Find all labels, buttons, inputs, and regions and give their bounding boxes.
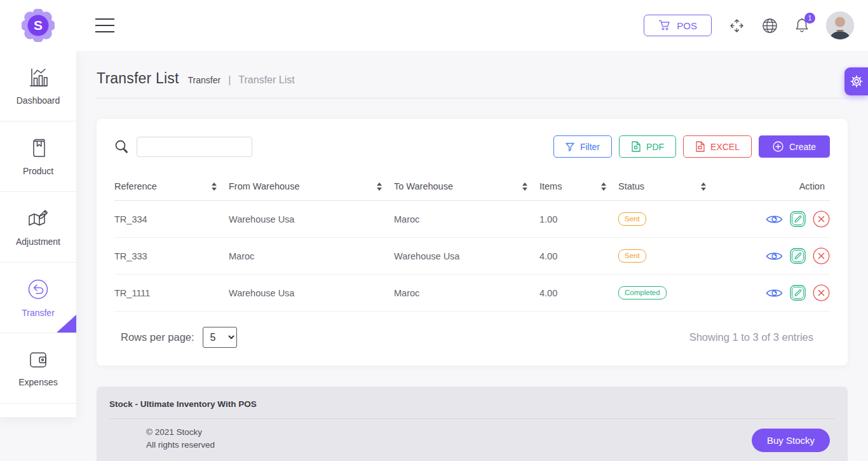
sort-icon (600, 182, 607, 191)
edit-icon[interactable] (790, 248, 806, 264)
pos-button[interactable]: POS (644, 15, 712, 36)
cell-actions (718, 238, 830, 275)
user-avatar[interactable] (826, 11, 854, 39)
pos-label: POS (677, 20, 697, 31)
header-label: From Warehouse (229, 181, 299, 191)
search-input[interactable] (137, 137, 252, 157)
dashboard-icon (27, 67, 49, 88)
status-badge: Completed (618, 286, 667, 299)
sidebar-item-label: Transfer (22, 308, 55, 318)
transfers-table: Reference From Warehouse To Warehouse It… (114, 174, 830, 312)
cell-status: Sent (618, 238, 718, 275)
cell-from-warehouse: Warehouse Usa (229, 201, 394, 238)
table-header-row: Reference From Warehouse To Warehouse It… (114, 174, 830, 201)
sidebar-item-product[interactable]: Product (0, 121, 76, 192)
table-row: TR_333 Maroc Warehouse Usa 4.00 Sent (114, 238, 830, 275)
notifications-bell[interactable]: 1 (794, 17, 810, 34)
action-buttons: Filter PDF EXCEL (553, 135, 830, 158)
menu-toggle-icon[interactable] (95, 18, 114, 32)
header-label: Status (618, 181, 644, 191)
header-action: Action (718, 174, 830, 201)
fullscreen-icon[interactable] (728, 17, 745, 34)
logo-letter: S (22, 9, 55, 42)
language-globe-icon[interactable] (762, 18, 778, 34)
breadcrumb-current: Transfer List (238, 74, 294, 86)
pdf-label: PDF (646, 142, 664, 152)
main-content: Transfer List Transfer | Transfer List F… (76, 51, 868, 461)
sort-icon (376, 182, 383, 191)
header-label: Reference (114, 181, 157, 191)
sidebar-item-label: Adjustment (16, 237, 60, 247)
page-title: Transfer List (97, 70, 179, 87)
delete-icon[interactable] (813, 210, 830, 228)
cell-items: 4.00 (539, 275, 618, 312)
header-divider (97, 98, 848, 99)
cell-reference: TR_334 (114, 201, 229, 238)
cell-to-warehouse: Warehouse Usa (394, 238, 539, 275)
breadcrumb-transfer[interactable]: Transfer (188, 75, 221, 85)
pagination-bar: Rows per page: 5 Showing 1 to 3 of 3 ent… (114, 327, 830, 348)
view-icon[interactable] (766, 288, 783, 298)
header-actions: POS (644, 0, 854, 51)
app-logo[interactable]: S (22, 9, 55, 42)
gear-icon (850, 74, 864, 88)
filter-funnel-icon (566, 142, 574, 151)
edit-icon[interactable] (790, 211, 806, 227)
sidebar-item-label: Product (23, 166, 53, 176)
cell-actions (718, 201, 830, 238)
cell-to-warehouse: Maroc (394, 275, 539, 312)
content-card: Filter PDF EXCEL (97, 119, 848, 366)
status-badge: Sent (618, 212, 646, 226)
page-header: Transfer List Transfer | Transfer List (76, 51, 868, 87)
table-row: TR_334 Warehouse Usa Maroc 1.00 Sent (114, 201, 830, 238)
cell-to-warehouse: Maroc (394, 201, 539, 238)
view-icon[interactable] (766, 251, 783, 261)
buy-stocky-button[interactable]: Buy Stocky (752, 429, 830, 452)
sort-icon (700, 182, 707, 191)
edit-icon[interactable] (790, 285, 806, 301)
excel-button[interactable]: EXCEL (683, 135, 752, 158)
sidebar-item-label: Expenses (18, 377, 57, 387)
cell-reference: TR_333 (114, 238, 229, 275)
excel-label: EXCEL (710, 142, 740, 152)
cell-status: Completed (618, 275, 718, 312)
header-to-warehouse[interactable]: To Warehouse (394, 174, 539, 201)
sidebar-item-dashboard[interactable]: Dashboard (0, 51, 76, 121)
sort-icon (522, 182, 528, 191)
cell-items: 1.00 (539, 201, 618, 238)
notification-badge: 1 (804, 13, 815, 24)
settings-gear-button[interactable] (844, 67, 868, 95)
product-icon (28, 137, 48, 159)
cell-reference: TR_1111 (114, 275, 229, 312)
pdf-button[interactable]: PDF (619, 135, 676, 158)
showing-entries-text: Showing 1 to 3 of 3 entries (689, 331, 813, 343)
cell-from-warehouse: Warehouse Usa (229, 275, 394, 312)
cell-actions (718, 275, 830, 312)
cell-from-warehouse: Maroc (229, 238, 394, 275)
pdf-file-icon (631, 141, 641, 152)
footer: Stock - Ultimate Inventory With POS © 20… (97, 387, 848, 461)
header-label: Action (799, 181, 825, 191)
header-status[interactable]: Status (618, 174, 718, 201)
rows-per-page-label: Rows per page: (121, 331, 194, 343)
filter-button[interactable]: Filter (553, 135, 612, 158)
search-area (114, 137, 252, 157)
rights-text: All rights reserved (146, 439, 215, 451)
copyright-text: © 2021 Stocky (146, 426, 215, 439)
rows-per-page-select[interactable]: 5 (203, 327, 237, 348)
header-from-warehouse[interactable]: From Warehouse (229, 174, 394, 201)
plus-circle-icon (773, 141, 783, 152)
sidebar-item-adjustment[interactable]: Adjustment (0, 192, 76, 263)
adjustment-icon (27, 208, 50, 230)
sidebar-item-expenses[interactable]: Expenses (0, 333, 76, 404)
top-header: S POS (0, 0, 868, 51)
delete-icon[interactable] (813, 247, 830, 265)
header-reference[interactable]: Reference (114, 174, 229, 201)
sidebar-item-transfer[interactable]: Transfer (0, 263, 76, 333)
filter-label: Filter (580, 142, 600, 152)
header-items[interactable]: Items (539, 174, 618, 201)
create-button[interactable]: Create (759, 135, 830, 158)
excel-file-icon (695, 141, 705, 152)
delete-icon[interactable] (813, 284, 830, 301)
view-icon[interactable] (766, 214, 783, 224)
